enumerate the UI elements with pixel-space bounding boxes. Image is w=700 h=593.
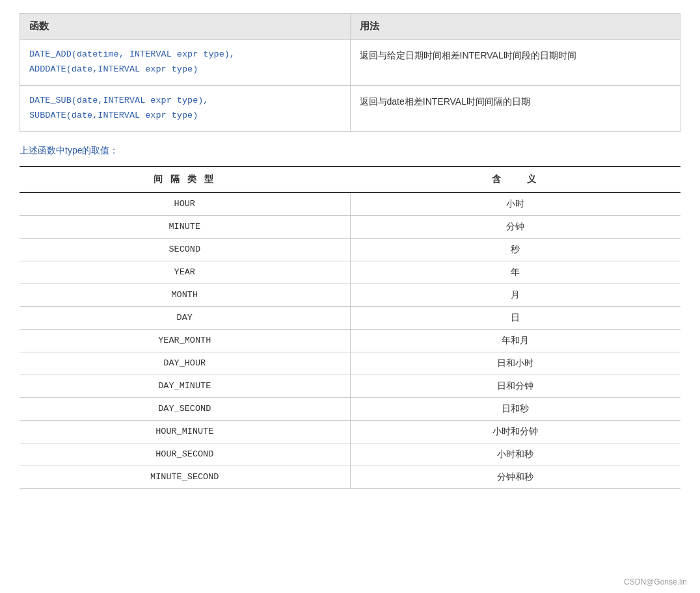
- interval-type-cell: DAY_SECOND: [20, 397, 350, 420]
- interval-type-cell: YEAR: [20, 261, 350, 283]
- table-row: HOUR小时: [20, 192, 680, 216]
- interval-type-cell: MINUTE_SECOND: [20, 466, 350, 488]
- interval-meaning-cell: 分钟: [350, 215, 680, 238]
- interval-type-cell: HOUR_SECOND: [20, 443, 350, 466]
- table-row: YEAR_MONTH年和月: [20, 329, 680, 352]
- interval-meaning-cell: 日和分钟: [350, 375, 680, 397]
- interval-meaning-cell: 月: [350, 283, 680, 306]
- interval-type-cell: SECOND: [20, 238, 350, 261]
- interval-type-cell: YEAR_MONTH: [20, 329, 350, 352]
- watermark: CSDN@Gonse.lin: [624, 577, 687, 586]
- usage-cell: 返回与date相差INTERVAL时间间隔的日期: [350, 85, 680, 131]
- interval-type-header: 间 隔 类 型: [20, 166, 350, 192]
- table-row: HOUR_MINUTE小时和分钟: [20, 420, 680, 443]
- interval-meaning-cell: 小时: [350, 192, 680, 216]
- usage-header: 用法: [350, 14, 680, 40]
- table-row: SECOND秒: [20, 238, 680, 261]
- table-row: MINUTE_SECOND分钟和秒: [20, 466, 680, 488]
- interval-table: 间 隔 类 型 含 义 HOUR小时MINUTE分钟SECOND秒YEAR年MO…: [20, 166, 680, 489]
- interval-type-cell: DAY_HOUR: [20, 352, 350, 375]
- interval-meaning-cell: 小时和秒: [350, 443, 680, 466]
- interval-meaning-cell: 分钟和秒: [350, 466, 680, 488]
- interval-type-cell: HOUR: [20, 192, 350, 216]
- table-row: MONTH月: [20, 283, 680, 306]
- usage-cell: 返回与给定日期时间相差INTERVAL时间段的日期时间: [350, 40, 680, 86]
- interval-type-cell: MINUTE: [20, 215, 350, 238]
- interval-type-cell: MONTH: [20, 283, 350, 306]
- interval-type-cell: DAY: [20, 306, 350, 329]
- table-row: DAY日: [20, 306, 680, 329]
- interval-type-cell: HOUR_MINUTE: [20, 420, 350, 443]
- functions-table: 函数 用法 DATE_ADD(datetime, INTERVAL expr t…: [20, 13, 680, 132]
- table-row: MINUTE分钟: [20, 215, 680, 238]
- interval-meaning-cell: 年: [350, 261, 680, 283]
- table-row: DAY_HOUR日和小时: [20, 352, 680, 375]
- interval-meaning-cell: 年和月: [350, 329, 680, 352]
- table-row: YEAR年: [20, 261, 680, 283]
- interval-meaning-cell: 日和小时: [350, 352, 680, 375]
- interval-meaning-cell: 小时和分钟: [350, 420, 680, 443]
- interval-meaning-cell: 日和秒: [350, 397, 680, 420]
- table-row: HOUR_SECOND小时和秒: [20, 443, 680, 466]
- interval-type-cell: DAY_MINUTE: [20, 375, 350, 397]
- note-text: 上述函数中type的取值：: [20, 145, 680, 157]
- interval-meaning-header: 含 义: [350, 166, 680, 192]
- table-row: DAY_SECOND日和秒: [20, 397, 680, 420]
- function-cell: DATE_ADD(datetime, INTERVAL expr type),A…: [20, 40, 351, 86]
- interval-meaning-cell: 秒: [350, 238, 680, 261]
- interval-meaning-cell: 日: [350, 306, 680, 329]
- function-cell: DATE_SUB(date,INTERVAL expr type),SUBDAT…: [20, 85, 351, 131]
- table-row: DAY_MINUTE日和分钟: [20, 375, 680, 397]
- func-header: 函数: [20, 14, 351, 40]
